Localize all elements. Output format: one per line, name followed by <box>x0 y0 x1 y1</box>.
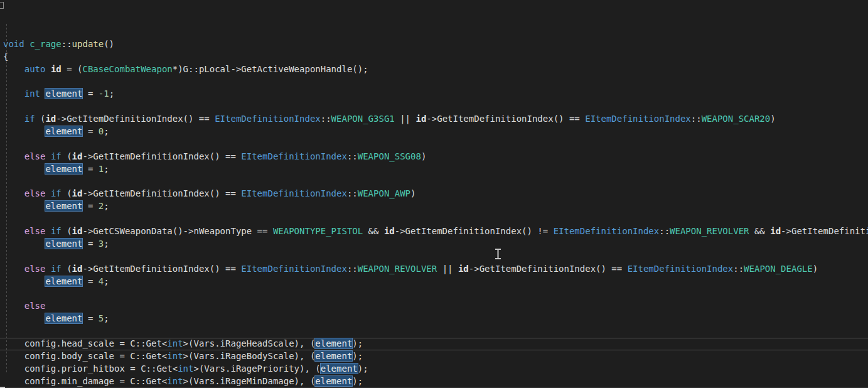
token: ); <box>352 338 363 348</box>
code-line[interactable] <box>0 176 868 188</box>
token: EItemDefinitionIndex <box>241 188 347 198</box>
token <box>3 313 45 323</box>
token <box>3 126 45 136</box>
token: ; <box>104 164 109 174</box>
token: ; <box>104 313 109 323</box>
token: ->GetItemDefinitio <box>781 226 868 236</box>
token: ->GetItemDefinitionIndex() == <box>469 264 628 274</box>
code-line[interactable]: element = 3; <box>0 238 868 251</box>
code-line[interactable] <box>0 325 868 338</box>
token <box>45 188 50 198</box>
code-line[interactable]: config.prior_hitbox = C::Get<int>(Vars.i… <box>0 363 868 375</box>
token <box>3 114 24 124</box>
token: ->GetItemDefinitionIndex() == <box>82 151 241 161</box>
token: id <box>415 114 426 124</box>
token: c_rage <box>29 39 62 49</box>
code-line[interactable] <box>0 251 868 263</box>
token: EItemDefinitionIndex <box>241 264 347 274</box>
token: -1 <box>99 89 109 99</box>
code-line[interactable]: element = 0; <box>0 126 868 138</box>
code-line[interactable]: else if (id->GetItemDefinitionIndex() ==… <box>0 151 868 163</box>
token <box>3 226 24 236</box>
code-line[interactable] <box>0 100 868 113</box>
token: = <box>82 276 98 286</box>
code-line[interactable] <box>0 213 868 225</box>
token: WEAPON_G3SG1 <box>331 114 395 124</box>
token: CBaseCombatWeapon <box>82 64 172 74</box>
highlighted-symbol: element <box>315 376 352 386</box>
token: auto <box>24 64 46 74</box>
code-line[interactable]: element = 2; <box>0 200 868 213</box>
token: id <box>51 64 62 74</box>
highlighted-symbol: element <box>45 276 82 286</box>
token <box>3 89 24 99</box>
token: if <box>51 151 62 161</box>
code-line[interactable]: else if (id->GetCSWeaponData()->nWeaponT… <box>0 225 868 238</box>
token: >(Vars.iRageHeadScale), ( <box>183 338 316 348</box>
token <box>3 301 24 311</box>
token: = <box>82 239 98 249</box>
code-line[interactable]: else if (id->GetItemDefinitionIndex() ==… <box>0 263 868 276</box>
code-line[interactable]: else <box>0 300 868 313</box>
code-editor[interactable]: void c_rage::update(){ auto id = (CBaseC… <box>0 0 868 388</box>
token: ; <box>104 239 109 249</box>
code-line[interactable]: config.body_scale = C::Get<int>(Vars.iRa… <box>0 350 868 363</box>
token: ); <box>352 376 363 386</box>
token: ( <box>62 264 72 274</box>
token <box>24 39 29 49</box>
token: () <box>104 39 114 49</box>
token: && <box>749 226 771 236</box>
token <box>3 64 24 74</box>
token: = <box>82 164 98 174</box>
fold-collapse-icon[interactable] <box>0 2 4 9</box>
token: ( <box>62 226 72 236</box>
token: 5 <box>99 313 104 323</box>
token: EItemDefinitionIndex <box>585 114 691 124</box>
token: ) <box>813 264 818 274</box>
highlighted-symbol: element <box>45 164 82 174</box>
token: >(Vars.iRageBodyScale), ( <box>183 351 316 361</box>
code-line[interactable]: if (id->GetItemDefinitionIndex() == EIte… <box>0 113 868 126</box>
code-line[interactable]: config.min_damage = C::Get<int>(Vars.iRa… <box>0 375 868 388</box>
token: void <box>3 39 24 49</box>
code-line[interactable] <box>0 138 868 151</box>
token: EItemDefinitionIndex <box>215 114 321 124</box>
code-line[interactable]: int element = -1; <box>0 88 868 100</box>
token: WEAPON_REVOLVER <box>670 226 749 236</box>
token: else <box>24 264 46 274</box>
token: :: <box>691 114 702 124</box>
highlighted-symbol: element <box>45 313 82 323</box>
code-line[interactable]: void c_rage::update() <box>0 38 868 51</box>
token: = <box>82 313 98 323</box>
token: ->GetItemDefinitionIndex() == <box>82 264 241 274</box>
token <box>3 201 45 211</box>
token: WEAPON_REVOLVER <box>358 264 437 274</box>
token: 3 <box>99 239 104 249</box>
token: int <box>24 89 40 99</box>
code-line[interactable] <box>0 288 868 301</box>
code-line[interactable]: else if (id->GetItemDefinitionIndex() ==… <box>0 188 868 200</box>
highlighted-symbol: element <box>45 89 82 99</box>
token: ); <box>358 364 368 374</box>
token <box>45 151 50 161</box>
token: ; <box>104 276 109 286</box>
token: config.min_damage = C::Get< <box>3 376 167 386</box>
code-line[interactable]: element = 1; <box>0 163 868 176</box>
token: ->GetItemDefinitionIndex() != <box>395 226 554 236</box>
token: :: <box>659 226 670 236</box>
token <box>3 151 24 161</box>
token: WEAPON_SCAR20 <box>702 114 771 124</box>
token: id <box>45 114 56 124</box>
code-line[interactable]: element = 4; <box>0 276 868 288</box>
code-line[interactable]: auto id = (CBaseCombatWeapon*)G::pLocal-… <box>0 63 868 76</box>
code-area[interactable]: void c_rage::update(){ auto id = (CBaseC… <box>0 38 868 388</box>
code-line[interactable]: config.head_scale = C::Get<int>(Vars.iRa… <box>0 338 868 350</box>
code-line[interactable]: element = 5; <box>0 313 868 325</box>
highlighted-symbol: element <box>315 351 352 361</box>
token <box>3 188 24 198</box>
code-line[interactable] <box>0 75 868 88</box>
token: EItemDefinitionIndex <box>554 226 660 236</box>
token: ->GetItemDefinitionIndex() == <box>82 188 241 198</box>
token: if <box>24 114 35 124</box>
code-line[interactable]: { <box>0 51 868 63</box>
